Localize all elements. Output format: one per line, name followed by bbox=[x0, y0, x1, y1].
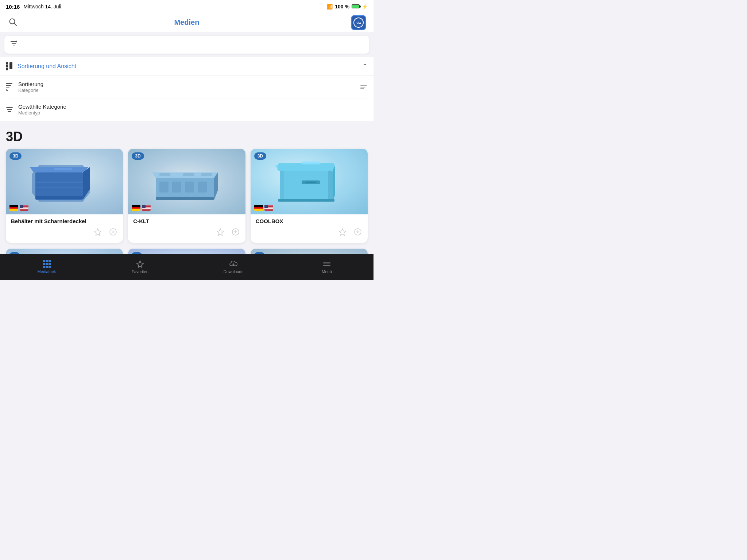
svg-rect-53 bbox=[305, 182, 316, 183]
sort-rows: Sortierung Kategorie bbox=[0, 76, 374, 121]
card-partial-3[interactable]: 3D bbox=[251, 249, 368, 254]
card-title-1: Behälter mit Scharnierdeckel bbox=[11, 218, 118, 224]
svg-rect-31 bbox=[159, 173, 170, 176]
tab-menu[interactable]: Menü bbox=[280, 257, 374, 277]
favorite-button-1[interactable] bbox=[93, 227, 102, 238]
svg-rect-49 bbox=[280, 171, 284, 202]
svg-rect-29 bbox=[198, 182, 207, 192]
svg-rect-21 bbox=[20, 205, 23, 208]
sort-row-sublabel-kategorie: Medientyp bbox=[18, 110, 66, 116]
svg-marker-47 bbox=[333, 165, 335, 202]
svg-rect-51 bbox=[278, 199, 334, 202]
star-icon-3 bbox=[338, 228, 347, 236]
download-icon-2 bbox=[232, 228, 240, 236]
svg-rect-11 bbox=[35, 182, 83, 183]
stack-icon bbox=[6, 107, 13, 112]
sort-row-kategorie[interactable]: Gewählte Kategorie Medientyp bbox=[6, 98, 368, 121]
card-actions-3 bbox=[256, 227, 363, 238]
card-actions-2 bbox=[133, 227, 240, 238]
svg-rect-19 bbox=[20, 208, 28, 209]
sort-row-content-sortierung: Sortierung Kategorie bbox=[18, 81, 43, 93]
header: Medien utz bbox=[0, 13, 374, 32]
svg-rect-35 bbox=[132, 207, 140, 209]
card-actions-1 bbox=[11, 227, 118, 238]
card-partial-2[interactable]: 3D bbox=[128, 249, 245, 254]
download-button-3[interactable] bbox=[353, 227, 363, 238]
card-partial-1[interactable]: 3D bbox=[6, 249, 123, 254]
tab-label-downloads: Downloads bbox=[224, 269, 243, 274]
tab-favoriten[interactable]: Favoriten bbox=[93, 257, 187, 277]
sort-row-left: Sortierung Kategorie bbox=[6, 81, 43, 93]
favorite-button-2[interactable] bbox=[216, 227, 225, 238]
cards-grid-bottom: 3D 3D 3D bbox=[0, 249, 374, 254]
flag-us-2 bbox=[142, 205, 151, 211]
star-tab-icon bbox=[136, 260, 144, 268]
card-partial-image-3: 3D bbox=[251, 249, 368, 254]
sort-row-left-2: Gewählte Kategorie Medientyp bbox=[6, 104, 66, 116]
cloud-tab-icon bbox=[229, 260, 238, 268]
star-icon-2 bbox=[216, 228, 224, 236]
svg-rect-26 bbox=[159, 182, 169, 192]
svg-rect-55 bbox=[254, 207, 263, 209]
svg-rect-9 bbox=[54, 168, 72, 170]
download-button-2[interactable] bbox=[231, 227, 240, 238]
svg-rect-30 bbox=[156, 197, 214, 200]
svg-rect-40 bbox=[142, 208, 151, 209]
card-image-cklt: 3D bbox=[128, 149, 245, 214]
svg-rect-13 bbox=[9, 205, 18, 207]
svg-rect-62 bbox=[264, 205, 268, 208]
card-cklt[interactable]: 3D bbox=[128, 149, 245, 243]
tab-mediathek[interactable]: Mediathek bbox=[0, 257, 93, 277]
card-flags-2 bbox=[132, 205, 151, 211]
card-behaelter[interactable]: 3D bbox=[6, 149, 123, 243]
tab-downloads[interactable]: Downloads bbox=[187, 257, 280, 277]
container-svg-2 bbox=[150, 158, 223, 205]
card-coolbox[interactable]: 3D bbox=[251, 149, 368, 243]
menu-tab-icon bbox=[323, 260, 331, 268]
search-button[interactable] bbox=[7, 16, 18, 28]
section-header: 3D bbox=[0, 122, 374, 149]
grid-icon bbox=[43, 260, 51, 268]
chevron-up-icon: ⌃ bbox=[362, 62, 368, 70]
sort-lines-icon bbox=[6, 83, 13, 91]
tab-label-favoriten: Favoriten bbox=[132, 269, 148, 274]
wifi-icon: 📶 bbox=[326, 4, 333, 9]
svg-rect-41 bbox=[142, 210, 151, 210]
date: Mittwoch 14. Juli bbox=[23, 4, 61, 9]
view-toggle-icon bbox=[6, 62, 12, 70]
svg-rect-15 bbox=[9, 209, 18, 211]
svg-rect-6 bbox=[35, 172, 83, 200]
favorite-button-3[interactable] bbox=[338, 227, 347, 238]
svg-rect-56 bbox=[254, 209, 263, 211]
card-info-1: Behälter mit Scharnierdeckel bbox=[6, 214, 123, 243]
flag-de-3 bbox=[254, 205, 263, 211]
sort-row-content-kategorie: Gewählte Kategorie Medientyp bbox=[18, 104, 66, 116]
svg-rect-12 bbox=[35, 187, 83, 188]
svg-rect-27 bbox=[172, 182, 181, 192]
card-info-3: COOLBOX bbox=[251, 214, 368, 243]
download-icon-3 bbox=[354, 228, 362, 236]
card-image-coolbox: 3D bbox=[251, 149, 368, 214]
sort-header[interactable]: Sortierung und Ansicht ⌃ bbox=[0, 57, 374, 76]
filter-bar[interactable] bbox=[4, 36, 369, 54]
svg-rect-34 bbox=[132, 205, 140, 207]
svg-rect-28 bbox=[185, 182, 194, 192]
container-svg-1 bbox=[28, 158, 101, 205]
search-icon bbox=[9, 18, 17, 26]
sort-icon-right bbox=[360, 85, 368, 89]
flag-us-3 bbox=[264, 205, 273, 211]
svg-rect-14 bbox=[9, 207, 18, 209]
status-left: 10:16 Mittwoch 14. Juli bbox=[6, 4, 61, 10]
svg-rect-20 bbox=[20, 210, 28, 210]
sort-row-sortierung[interactable]: Sortierung Kategorie bbox=[6, 76, 368, 98]
tab-label-mediathek: Mediathek bbox=[38, 269, 56, 274]
svg-point-2 bbox=[15, 41, 17, 42]
card-info-2: C-KLT bbox=[128, 214, 245, 243]
sort-row-label-sortierung: Sortierung bbox=[18, 81, 43, 87]
download-button-1[interactable] bbox=[108, 227, 118, 238]
card-image-behaelter: 3D bbox=[6, 149, 123, 214]
tab-bar: Mediathek Favoriten Downloads Menü bbox=[0, 254, 374, 280]
svg-rect-50 bbox=[328, 171, 333, 202]
tab-label-menu: Menü bbox=[322, 269, 332, 274]
svg-rect-48 bbox=[302, 162, 320, 164]
